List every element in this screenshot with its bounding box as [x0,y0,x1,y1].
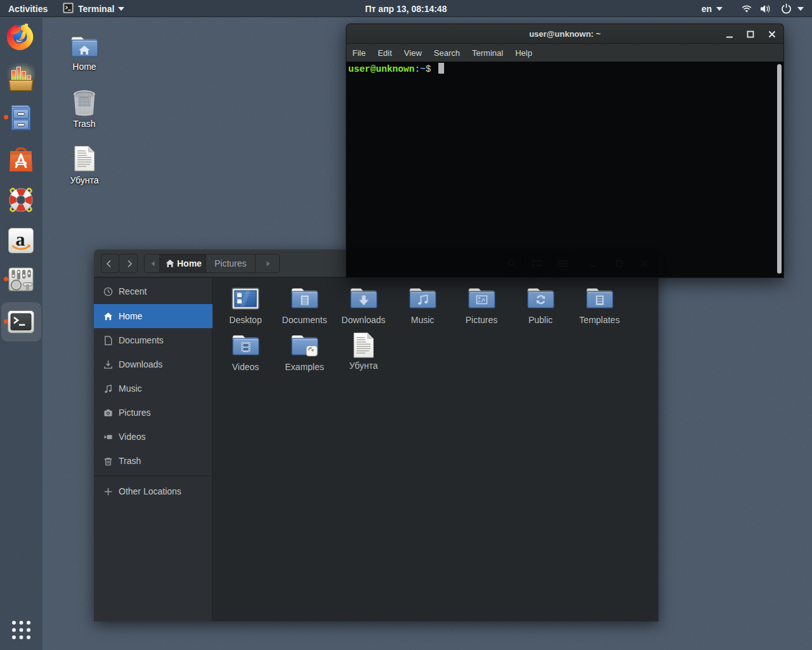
svg-text:a: a [16,229,25,249]
